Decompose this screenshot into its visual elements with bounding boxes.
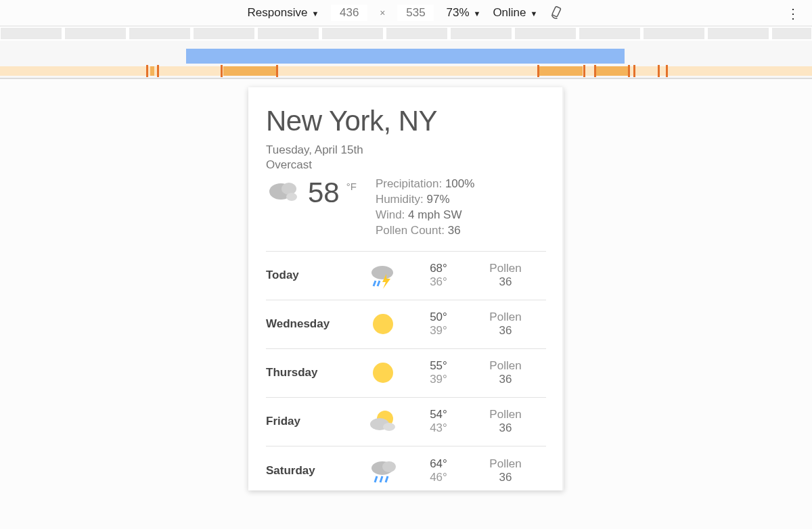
viewport-height-input[interactable]	[397, 5, 434, 21]
more-options-button[interactable]: ⋮	[786, 5, 800, 22]
svg-point-12	[383, 423, 395, 431]
forecast-pollen: Pollen36	[465, 359, 546, 386]
svg-point-4	[371, 266, 393, 279]
svg-line-16	[380, 476, 382, 482]
zoom-label: 73%	[446, 6, 469, 20]
wind-label: Wind:	[376, 208, 405, 221]
svg-point-8	[373, 314, 393, 334]
svg-line-6	[374, 281, 376, 286]
emulated-screen[interactable]: New York, NY Tuesday, April 15th Overcas…	[248, 87, 564, 490]
forecast-pollen: Pollen36	[465, 262, 546, 289]
svg-line-7	[378, 281, 380, 286]
forecast-temps: 68°36°	[412, 262, 465, 289]
svg-point-9	[373, 363, 393, 383]
humidity-value: 97%	[426, 193, 449, 206]
forecast-low: 39°	[412, 324, 465, 338]
viewport-width-input[interactable]	[331, 5, 367, 21]
pollen-label: Pollen Count:	[376, 224, 445, 237]
forecast-low: 36°	[412, 275, 465, 289]
pollen-value: 36	[448, 224, 461, 237]
precip-value: 100%	[445, 177, 474, 190]
forecast-pollen: Pollen36	[465, 457, 546, 484]
forecast-list: Today68°36°Pollen36Wednesday50°39°Pollen…	[266, 251, 546, 490]
timeline-strip[interactable]	[0, 41, 812, 78]
forecast-row[interactable]: Saturday64°46°Pollen36	[266, 446, 546, 490]
forecast-pollen: Pollen36	[465, 408, 546, 435]
forecast-row[interactable]: Today68°36°Pollen36	[266, 252, 546, 300]
ruler-strip[interactable]	[0, 26, 812, 41]
forecast-day: Today	[266, 269, 354, 282]
condition-text: Overcast	[266, 158, 312, 171]
forecast-high: 55°	[412, 359, 465, 373]
precip-label: Precipitation:	[376, 177, 442, 190]
date-text: Tuesday, April 15th	[266, 143, 363, 156]
timeline-lane	[0, 66, 812, 76]
dropdown-icon: ▼	[531, 9, 538, 18]
weather-card: New York, NY Tuesday, April 15th Overcas…	[248, 87, 564, 490]
forecast-temps: 54°43°	[412, 408, 465, 435]
forecast-temps: 64°46°	[412, 457, 465, 484]
forecast-partly-icon	[354, 408, 412, 435]
temperature-value: 58	[308, 177, 340, 209]
subheading: Tuesday, April 15th Overcast	[266, 143, 546, 172]
svg-point-3	[286, 193, 297, 201]
svg-line-15	[375, 476, 377, 482]
location-title: New York, NY	[266, 105, 546, 137]
temp-block: 58 °F	[266, 177, 357, 239]
forecast-high: 64°	[412, 457, 465, 471]
forecast-row[interactable]: Wednesday50°39°Pollen36	[266, 300, 546, 349]
forecast-day: Wednesday	[266, 317, 354, 331]
svg-point-2	[281, 183, 296, 195]
throttle-select[interactable]: Online ▼	[493, 6, 537, 20]
svg-point-14	[382, 461, 396, 472]
forecast-temps: 50°39°	[412, 310, 465, 338]
forecast-day: Friday	[266, 415, 354, 428]
rotate-button[interactable]	[549, 5, 564, 20]
forecast-low: 39°	[412, 373, 465, 386]
forecast-sun-icon	[354, 359, 412, 386]
details-block: Precipitation: 100% Humidity: 97% Wind: …	[376, 177, 475, 239]
forecast-day: Saturday	[266, 464, 354, 478]
temperature-unit: °F	[346, 181, 357, 192]
forecast-high: 50°	[412, 310, 465, 324]
forecast-pollen: Pollen36	[465, 310, 546, 338]
timeline-selection[interactable]	[186, 49, 625, 64]
svg-line-17	[386, 476, 388, 482]
dimension-separator: ×	[380, 7, 385, 18]
forecast-row[interactable]: Friday54°43°Pollen36	[266, 398, 546, 446]
zoom-select[interactable]: 73% ▼	[446, 6, 480, 20]
forecast-low: 46°	[412, 471, 465, 484]
overcast-icon	[266, 177, 301, 205]
devtools-toolbar: Responsive ▼ × 73% ▼ Online ▼ ⋮	[0, 0, 812, 26]
forecast-high: 54°	[412, 408, 465, 421]
device-select-label: Responsive	[248, 6, 308, 20]
svg-rect-0	[552, 6, 561, 17]
forecast-low: 43°	[412, 421, 465, 435]
device-viewport-area: New York, NY Tuesday, April 15th Overcas…	[0, 78, 812, 529]
dropdown-icon: ▼	[311, 9, 319, 18]
forecast-row[interactable]: Thursday55°39°Pollen36	[266, 349, 546, 398]
forecast-storm-icon	[354, 262, 412, 289]
current-conditions-row: 58 °F Precipitation: 100% Humidity: 97% …	[266, 177, 546, 239]
humidity-label: Humidity:	[376, 193, 424, 206]
wind-value: 4 mph SW	[408, 208, 461, 221]
forecast-rain-icon	[354, 457, 412, 484]
forecast-temps: 55°39°	[412, 359, 465, 386]
device-select[interactable]: Responsive ▼	[248, 6, 319, 20]
forecast-high: 68°	[412, 262, 465, 275]
dropdown-icon: ▼	[474, 9, 481, 18]
forecast-sun-icon	[354, 310, 412, 338]
throttle-label: Online	[493, 6, 526, 20]
forecast-day: Thursday	[266, 366, 354, 380]
